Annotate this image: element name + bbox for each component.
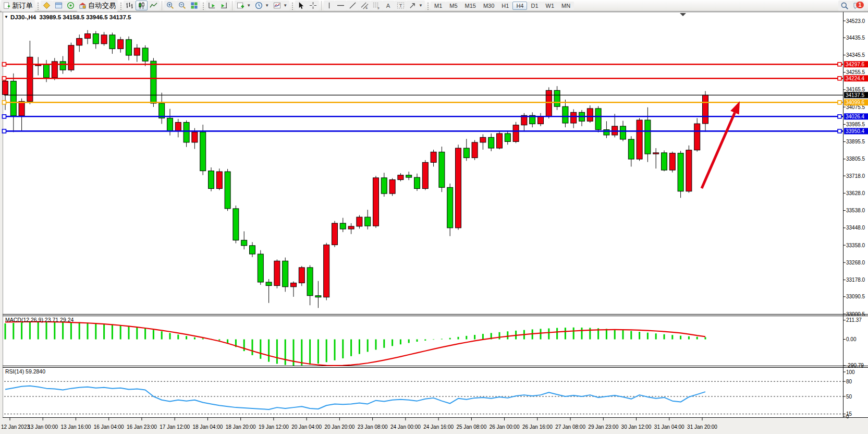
rsi-axis-label: 80: [846, 379, 852, 384]
templates-button[interactable]: ▼: [271, 1, 289, 10]
line-anchor-handle[interactable]: [3, 63, 6, 66]
timeframe-button-w1[interactable]: W1: [542, 2, 558, 10]
time-axis-label: 29 Jan 23:00: [588, 424, 618, 430]
crosshair-icon: [309, 2, 317, 9]
candle-body-down: [678, 153, 683, 191]
price-badge-label: 34026.4: [846, 114, 865, 119]
line-anchor-handle[interactable]: [838, 101, 841, 104]
market-watch-icon: [43, 2, 51, 9]
candle-body-down: [307, 268, 313, 296]
candle-body-up: [118, 40, 124, 49]
auto-scroll-button[interactable]: [206, 1, 218, 10]
time-axis-label: 31 Jan 04:00: [654, 424, 684, 430]
autotrading-icon: [79, 2, 87, 9]
time-axis-label: 24 Jan 16:00: [423, 424, 454, 430]
chart-candles-icon: [138, 2, 145, 9]
periods-icon: [255, 2, 263, 9]
main-toolbar: 新订单 自动交易: [0, 0, 868, 11]
timeframe-button-h1[interactable]: H1: [498, 2, 512, 10]
timeframe-button-m30[interactable]: M30: [480, 2, 498, 10]
vertical-line-tool-button[interactable]: [324, 1, 335, 10]
price-axis-label: 33358.0: [846, 243, 865, 248]
trendline-tool-button[interactable]: [347, 1, 359, 10]
horizontal-line-icon: [337, 2, 345, 9]
tile-windows-button[interactable]: [188, 1, 200, 10]
candle-body-up: [134, 48, 140, 55]
time-axis-label: 13 Jan 16:00: [61, 424, 91, 430]
candle-body-up: [546, 90, 552, 116]
one-click-expand-arrow[interactable]: ▼: [4, 15, 8, 19]
candle-body-down: [381, 178, 387, 194]
line-anchor-handle[interactable]: [3, 77, 6, 80]
line-anchor-handle[interactable]: [3, 129, 6, 133]
auto-scroll-icon: [208, 2, 216, 9]
candle-body-up: [389, 180, 395, 194]
chart-candles-button[interactable]: [136, 1, 148, 10]
svg-text:E: E: [365, 6, 368, 9]
price-axis-label: 33895.5: [846, 139, 865, 144]
chart-shift-button[interactable]: [218, 1, 230, 10]
new-order-button[interactable]: 新订单: [1, 0, 35, 11]
market-watch-button[interactable]: [41, 1, 53, 10]
time-axis-label: 19 Jan 12:00: [259, 424, 289, 430]
line-anchor-handle[interactable]: [3, 115, 6, 118]
line-anchor-handle[interactable]: [3, 101, 6, 104]
candle-body-up: [571, 112, 577, 123]
text-label-tool-button[interactable]: T: [395, 1, 407, 10]
candle-body-up: [216, 172, 222, 188]
candle-body-down: [258, 254, 263, 282]
horizontal-line-tool-button[interactable]: [335, 1, 347, 10]
channel-tool-button[interactable]: E: [359, 1, 371, 10]
candle-body-down: [595, 108, 601, 130]
candle-body-down: [645, 120, 651, 154]
candle-body-down: [315, 296, 321, 297]
price-axis-label: 33000.5: [846, 311, 865, 317]
toolbar-grip: [119, 2, 122, 10]
candle-body-down: [225, 172, 230, 209]
candle-body-down: [266, 282, 272, 286]
periods-button[interactable]: ▼: [253, 1, 271, 10]
price-axis-label: 33805.5: [846, 156, 865, 162]
fibonacci-tool-button[interactable]: F: [371, 1, 383, 10]
indicators-button[interactable]: ▼: [235, 1, 253, 10]
crosshair-tool-button[interactable]: [307, 1, 319, 10]
candle-body-down: [10, 81, 16, 116]
candle-body-down: [184, 123, 189, 142]
candle-body-down: [406, 175, 412, 177]
candle-body-down: [662, 153, 667, 170]
timeframe-button-m5[interactable]: M5: [446, 2, 461, 10]
notifications-button[interactable]: 1: [851, 1, 864, 11]
notification-badge: 1: [856, 2, 864, 8]
search-button[interactable]: [838, 1, 851, 11]
timeframe-button-m15[interactable]: M15: [461, 2, 480, 10]
timeframe-button-d1[interactable]: D1: [527, 2, 542, 10]
chart-bars-button[interactable]: [124, 1, 136, 10]
rsi-axis-label: 50: [846, 394, 852, 400]
time-axis-label: 20 Jan 20:00: [324, 424, 354, 430]
candle-body-down: [250, 246, 255, 254]
zoom-out-button[interactable]: [176, 1, 188, 10]
text-label-icon: T: [397, 2, 405, 9]
cursor-tool-button[interactable]: [295, 1, 307, 10]
candle-body-up: [497, 134, 503, 148]
chart-shift-icon: [220, 2, 228, 9]
autotrading-button[interactable]: 自动交易: [77, 0, 118, 11]
timeframe-button-h4[interactable]: H4: [512, 2, 527, 10]
line-anchor-handle[interactable]: [838, 129, 841, 133]
time-axis-label: 24 Jan 00:00: [390, 424, 421, 430]
line-anchor-handle[interactable]: [838, 77, 841, 80]
text-tool-button[interactable]: A: [383, 1, 395, 10]
line-anchor-handle[interactable]: [838, 115, 841, 118]
chart-line-button[interactable]: [148, 1, 160, 10]
arrows-tool-button[interactable]: ▼: [407, 1, 425, 10]
time-axis-label: 26 Jan 16:00: [522, 424, 553, 430]
navigator-button[interactable]: [53, 1, 65, 10]
line-anchor-handle[interactable]: [838, 63, 841, 66]
timeframe-button-m1[interactable]: M1: [431, 2, 446, 10]
time-axis-label: 23 Jan 08:00: [358, 424, 388, 430]
price-axis-label: 34523.0: [846, 18, 865, 24]
timeframe-button-mn[interactable]: MN: [558, 2, 574, 10]
zoom-in-button[interactable]: [164, 1, 176, 10]
signals-button[interactable]: [65, 1, 77, 10]
candle-body-up: [291, 283, 297, 286]
